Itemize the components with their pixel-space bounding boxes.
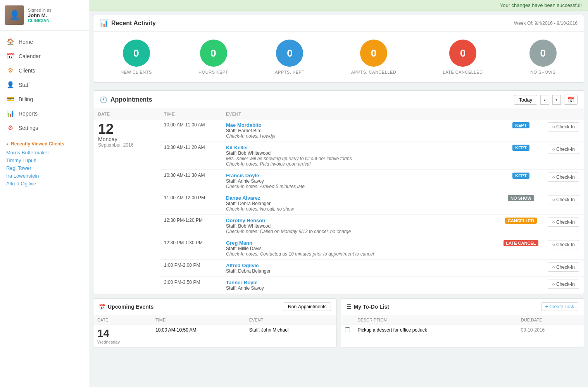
event-staff: Staff: Annie Savoy bbox=[226, 178, 494, 184]
action-col: ○ Check-In bbox=[543, 260, 584, 277]
next-nav-button[interactable]: › bbox=[552, 95, 561, 105]
activity-circle: 0 bbox=[449, 40, 476, 67]
sidebar-item-staff[interactable]: 👤 Staff bbox=[0, 78, 89, 92]
activity-circle: 0 bbox=[276, 40, 303, 67]
list-item: Pickup a dessert for office potluck 03-1… bbox=[341, 325, 584, 336]
recent-client-link[interactable]: Morris Buttermaker bbox=[6, 150, 83, 155]
todo-col-desc: DESCRIPTION bbox=[354, 315, 517, 325]
event-name[interactable]: Greg Mann bbox=[226, 240, 494, 246]
status-col: KEPT bbox=[499, 142, 543, 170]
action-col: ○ Check-In bbox=[543, 215, 584, 237]
checkin-button[interactable]: ○ Check-In bbox=[548, 122, 579, 131]
col-time: TIME bbox=[159, 109, 221, 119]
calendar-view-button[interactable]: 📅 bbox=[564, 95, 578, 105]
status-col: KEPT bbox=[499, 119, 543, 142]
recent-client-link[interactable]: Timmy Lupus bbox=[6, 157, 83, 163]
prev-nav-button[interactable]: ‹ bbox=[540, 95, 549, 105]
checkin-button[interactable]: ○ Check-In bbox=[548, 263, 579, 272]
non-appointments-button[interactable]: Non-Appointments bbox=[284, 302, 331, 311]
activity-circle-label: LATE CANCELLED bbox=[443, 70, 483, 74]
recently-viewed-title: Recently Viewed Clients bbox=[6, 141, 83, 147]
ue-time-cell: 10:00 AM-10:50 AM bbox=[152, 325, 245, 347]
event-name[interactable]: Kit Keller bbox=[226, 145, 494, 150]
sidebar-item-settings[interactable]: ⚙ Settings bbox=[0, 121, 89, 135]
event-cell: Dorothy Henson Staff: Bob Whitewood Chec… bbox=[221, 215, 499, 237]
activity-circle: 0 bbox=[200, 40, 227, 67]
todo-title: ☰ My To-Do List bbox=[347, 304, 390, 310]
event-notes: Check-In notes: Arrived 5 minutes late bbox=[226, 184, 494, 189]
settings-icon: ⚙ bbox=[6, 124, 15, 131]
checkin-button[interactable]: ○ Check-In bbox=[548, 145, 579, 154]
home-icon: 🏠 bbox=[6, 38, 15, 45]
upcoming-events-title: 📅 Upcoming Events bbox=[99, 304, 153, 310]
activity-circle-item: 0 APPTS. KEPT bbox=[275, 40, 304, 74]
activity-circle-item: 0 APPTS. CANCELLED bbox=[351, 40, 396, 74]
ue-col-event: EVENT bbox=[245, 315, 336, 325]
sidebar-item-home-label: Home bbox=[19, 39, 33, 45]
activity-circle-item: 0 NEW CLIENTS bbox=[121, 40, 152, 74]
bar-chart-icon: 📊 bbox=[100, 19, 108, 28]
checkin-button[interactable]: ○ Check-In bbox=[548, 218, 579, 227]
user-role: CLINICIAN bbox=[28, 18, 52, 23]
date-cell: 12 Monday September, 2016 bbox=[93, 119, 159, 294]
sidebar-item-reports[interactable]: 📊 Reports bbox=[0, 106, 89, 121]
sidebar-item-billing[interactable]: 💳 Billing bbox=[0, 92, 89, 106]
activity-circle-label: NEW CLIENTS bbox=[121, 70, 152, 74]
appointments-header: 🕐 Appointments Today ‹ › 📅 bbox=[93, 91, 584, 109]
todo-due-cell: 03-10-2016 bbox=[517, 325, 584, 336]
recent-client-link[interactable]: Regi Tower bbox=[6, 165, 83, 171]
time-cell: 10:30 AM-11:20 AM bbox=[159, 142, 221, 170]
recent-client-link[interactable]: Ira Lowenstein bbox=[6, 173, 83, 179]
sidebar-item-home[interactable]: 🏠 Home bbox=[0, 35, 89, 49]
recently-viewed-section: Recently Viewed Clients Morris Buttermak… bbox=[0, 141, 89, 188]
event-name[interactable]: Tanner Boyle bbox=[226, 280, 494, 285]
action-col: ○ Check-In bbox=[543, 142, 584, 170]
sidebar-item-clients[interactable]: ⚙ Clients bbox=[0, 63, 89, 78]
calendar-small-icon: 📅 bbox=[99, 304, 105, 310]
event-name[interactable]: Alfred Ogilvie bbox=[226, 263, 494, 268]
event-notes: Check-In notes: Howdy! bbox=[226, 133, 494, 139]
event-name[interactable]: Mae Mordabito bbox=[226, 122, 494, 128]
time-cell: 11:00 AM-12:00 PM bbox=[159, 192, 221, 215]
todo-checkbox[interactable] bbox=[345, 327, 350, 332]
todo-checkbox-cell bbox=[341, 325, 354, 336]
status-col bbox=[499, 260, 543, 277]
billing-icon: 💳 bbox=[6, 95, 15, 103]
sidebar-item-calendar[interactable]: 📅 Calendar bbox=[0, 49, 89, 63]
upcoming-events-panel: 📅 Upcoming Events Non-Appointments DATE … bbox=[93, 298, 337, 347]
ue-event-cell: Staff: John Michael bbox=[245, 325, 336, 347]
recent-activity-title: 📊 Recent Activity bbox=[100, 19, 156, 28]
checkin-button[interactable]: ○ Check-In bbox=[548, 240, 579, 249]
table-row: 10:30 AM-11:30 AM Francis Doyle Staff: A… bbox=[93, 170, 584, 192]
user-info: Signed in as John M. CLINICIAN bbox=[28, 8, 52, 23]
event-name[interactable]: Francis Doyle bbox=[226, 173, 494, 178]
recent-client-link[interactable]: Alfred Ogilvie bbox=[6, 181, 83, 187]
today-button[interactable]: Today bbox=[514, 95, 538, 105]
user-name: John M. bbox=[28, 12, 52, 18]
event-name[interactable]: Danae Alvarez bbox=[226, 195, 494, 201]
event-cell: Danae Alvarez Staff: Debra Belanger Chec… bbox=[221, 192, 499, 215]
event-cell: Alfred Ogilvie Staff: Debra Belanger bbox=[221, 260, 499, 277]
event-staff: Staff: Millie Davis bbox=[226, 246, 494, 251]
clients-icon: ⚙ bbox=[6, 67, 15, 74]
event-notes: Check-In notes: Paid invoice upon arriva… bbox=[226, 161, 494, 167]
event-cell: Francis Doyle Staff: Annie Savoy Check-I… bbox=[221, 170, 499, 192]
event-staff: Staff: Annie Savoy bbox=[226, 285, 494, 291]
status-badge: LATE CANCEL bbox=[504, 240, 539, 246]
appointments-card: 🕐 Appointments Today ‹ › 📅 DATE TIME EVE… bbox=[93, 90, 584, 294]
checkin-button[interactable]: ○ Check-In bbox=[548, 195, 579, 204]
event-name[interactable]: Dorothy Henson bbox=[226, 218, 494, 223]
activity-circle-item: 0 HOURS KEPT bbox=[198, 40, 228, 74]
main-content: Your changes have been successful! 📊 Rec… bbox=[89, 0, 588, 387]
col-action bbox=[543, 109, 584, 119]
todo-col-due: DUE DATE bbox=[517, 315, 584, 325]
status-col: CANCELLED bbox=[499, 215, 543, 237]
status-badge: KEPT bbox=[512, 122, 529, 128]
recent-clients-list: Morris ButtermakerTimmy LupusRegi TowerI… bbox=[6, 150, 83, 187]
list-icon: ☰ bbox=[347, 304, 352, 310]
create-task-button[interactable]: + Create Task bbox=[541, 302, 578, 311]
checkin-button[interactable]: ○ Check-In bbox=[548, 173, 579, 182]
event-notes: Check-In notes: Called on Monday 9/12 to… bbox=[226, 229, 494, 234]
time-cell: 12:30 PM-1:20 PM bbox=[159, 215, 221, 237]
checkin-button[interactable]: ○ Check-In bbox=[548, 280, 579, 289]
